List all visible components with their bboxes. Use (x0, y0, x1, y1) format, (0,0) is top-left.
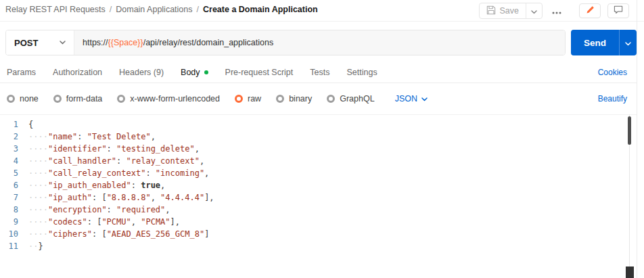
line-number: 1 (0, 118, 27, 131)
token-str: "PCMA" (141, 217, 170, 227)
token-punc: ] (204, 229, 209, 239)
language-label: JSON (395, 94, 417, 103)
code-line[interactable]: { (28, 118, 637, 131)
token-punc: { (28, 120, 33, 129)
chevron-down-icon (60, 41, 66, 45)
line-number: 9 (0, 216, 27, 228)
right-rail-divider (637, 0, 637, 278)
token-ws: ···· (28, 229, 48, 239)
radio-icon (276, 95, 284, 103)
body-editor[interactable]: 1234567891011 {····"name": "Test Delete"… (0, 114, 637, 278)
tab-pre-request-script[interactable]: Pre-request Script (225, 68, 294, 77)
body-mode-label: GraphQL (340, 94, 374, 103)
body-mode-binary[interactable]: binary (276, 94, 312, 103)
token-punc: : (116, 156, 126, 166)
tab-tests[interactable]: Tests (310, 68, 329, 77)
breadcrumb-separator: / (110, 5, 112, 14)
body-mode-graphql[interactable]: GraphQL (327, 94, 374, 103)
tab-settings[interactable]: Settings (346, 68, 377, 77)
breadcrumb-item[interactable]: Domain Applications (116, 5, 192, 14)
method-label: POST (14, 38, 38, 48)
save-group: Save (479, 3, 543, 19)
tab-headers[interactable]: Headers (9) (119, 68, 164, 77)
breadcrumb: Relay REST API Requests/Domain Applicati… (5, 5, 318, 14)
line-number: 11 (0, 240, 27, 252)
token-str: "AEAD_AES_256_GCM_8" (107, 229, 205, 239)
beautify-link[interactable]: Beautify (598, 94, 627, 103)
token-punc: : (131, 181, 141, 190)
token-key: "call_handler" (48, 156, 116, 166)
token-punc: : (145, 168, 155, 178)
breadcrumb-separator: / (197, 5, 199, 14)
topbar: Relay REST API Requests/Domain Applicati… (0, 0, 644, 22)
send-label: Send (584, 38, 606, 48)
cookies-link[interactable]: Cookies (598, 68, 637, 77)
line-number: 10 (0, 228, 27, 240)
body-mode-raw[interactable]: raw (235, 94, 261, 103)
radio-icon (117, 95, 125, 103)
code-line[interactable]: ····"encryption": "required", (28, 204, 637, 216)
body-mode-x-www-form-urlencoded[interactable]: x-www-form-urlencoded (117, 94, 220, 103)
comments-button[interactable] (607, 3, 629, 18)
token-punc: , (131, 217, 141, 227)
token-punc: , (151, 132, 156, 141)
code-line[interactable]: ····"codecs": ["PCMU", "PCMA"], (28, 216, 637, 228)
code-line[interactable]: ····"call_relay_context": "incoming", (28, 167, 637, 179)
topbar-actions: Save (479, 3, 630, 19)
language-select[interactable]: JSON (395, 94, 428, 103)
send-dropdown-button[interactable] (619, 30, 637, 55)
body-mode-form-data[interactable]: form-data (53, 94, 103, 103)
tab-params[interactable]: Params (7, 68, 36, 77)
token-punc: : (77, 132, 87, 141)
code-line[interactable]: ····"call_handler": "relay_context", (28, 155, 637, 167)
token-punc: : [ (92, 193, 107, 202)
token-key: "ciphers" (48, 229, 92, 239)
token-ws: ···· (28, 217, 48, 227)
code-line[interactable]: ··} (28, 240, 637, 252)
token-ws: ···· (28, 168, 48, 178)
line-number: 7 (0, 191, 27, 204)
token-punc: : [ (92, 229, 107, 239)
code-line[interactable]: ····"identifier": "testing_delete", (28, 143, 637, 155)
line-number: 2 (0, 131, 27, 143)
method-select[interactable]: POST (6, 30, 74, 55)
body-mode-label: none (20, 94, 39, 103)
body-mode-label: x-www-form-urlencoded (130, 94, 220, 103)
token-punc: : [ (87, 217, 102, 227)
token-ws: ···· (28, 181, 48, 190)
token-str: "Test Delete" (87, 132, 151, 141)
pencil-icon (586, 5, 594, 17)
tab-body[interactable]: Body (181, 68, 208, 77)
token-punc: : (107, 205, 116, 214)
tab-authorization[interactable]: Authorization (53, 68, 102, 77)
chevron-down-icon (531, 5, 537, 17)
edit-button[interactable] (579, 3, 601, 18)
breadcrumb-item: Create a Domain Application (203, 5, 318, 14)
url-prefix: https:// (83, 38, 108, 47)
chevron-down-icon (421, 94, 428, 103)
token-ws: ···· (28, 193, 48, 202)
breadcrumb-item[interactable]: Relay REST API Requests (5, 5, 106, 14)
token-punc: , (200, 156, 204, 166)
code-line[interactable]: ····"ip_auth_enabled": true, (28, 179, 637, 191)
code-line[interactable]: ····"ip_auth": ["8.8.8.8", "4.4.4.4"], (28, 191, 637, 204)
tab-label: Params (7, 68, 36, 77)
token-str: "4.4.4.4" (160, 193, 204, 202)
body-has-content-dot (204, 70, 208, 74)
editor-scrollbar-thumb[interactable] (628, 116, 631, 145)
code-line[interactable]: ····"name": "Test Delete", (28, 131, 637, 143)
tab-label: Settings (346, 68, 377, 77)
url-input[interactable]: https://{{Space}}/api/relay/rest/domain_… (74, 30, 565, 55)
tab-label: Headers (9) (119, 68, 164, 77)
line-number: 8 (0, 204, 27, 216)
save-button[interactable]: Save (480, 5, 526, 17)
postman-window: Relay REST API Requests/Domain Applicati… (0, 0, 644, 278)
save-dropdown-button[interactable] (526, 5, 542, 17)
body-mode-none[interactable]: none (7, 94, 39, 103)
more-options-button[interactable] (549, 3, 564, 18)
token-ws: ···· (28, 156, 48, 166)
code-line[interactable]: ····"ciphers": ["AEAD_AES_256_GCM_8"] (28, 228, 637, 240)
send-button[interactable]: Send (571, 30, 619, 55)
chevron-down-icon (625, 37, 631, 49)
token-bool: true (141, 181, 160, 190)
